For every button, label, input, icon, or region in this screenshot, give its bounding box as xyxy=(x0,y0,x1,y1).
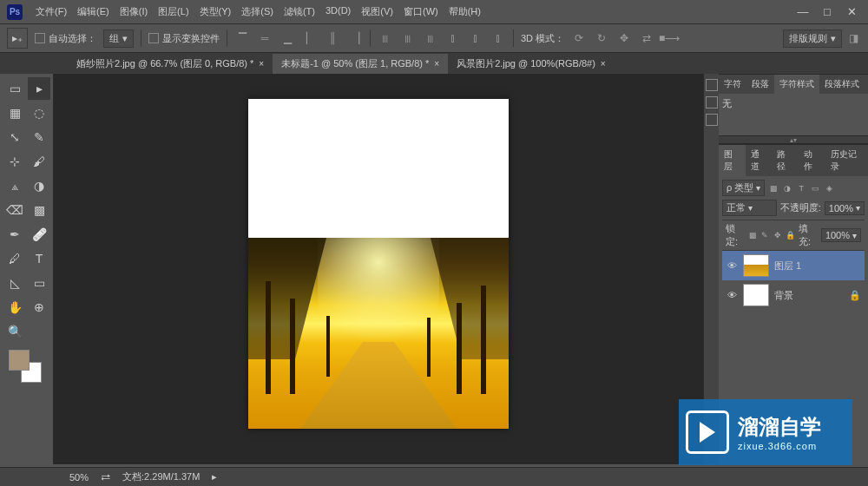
color-swatches[interactable] xyxy=(9,350,43,384)
align-top-icon[interactable]: ▔ xyxy=(234,30,250,46)
document-canvas[interactable] xyxy=(248,99,509,429)
layer-row[interactable]: 👁 图层 1 xyxy=(722,251,865,280)
zoom-readout[interactable]: 50% xyxy=(69,472,89,483)
auto-select-checkbox[interactable]: 自动选择： xyxy=(35,32,96,45)
doc-tab-1[interactable]: 婚纱照片2.jpg @ 66.7% (图层 0, RGB/8) *× xyxy=(68,54,273,74)
distribute-h2-icon[interactable]: ⫼ xyxy=(400,30,416,46)
tool-pen[interactable]: ✒ xyxy=(3,223,26,246)
menu-type[interactable]: 类型(Y) xyxy=(195,2,236,22)
tab-actions[interactable]: 动作 xyxy=(799,145,825,176)
distribute-v1-icon[interactable]: ⫿ xyxy=(445,30,461,46)
tool-zoom[interactable]: 🔍 xyxy=(3,320,26,343)
tool-shape[interactable]: ▭ xyxy=(28,272,50,294)
lock-transparency-icon[interactable]: ▩ xyxy=(748,230,757,240)
tab-layers[interactable]: 图层 xyxy=(719,145,746,176)
tab-history[interactable]: 历史记录 xyxy=(825,145,868,176)
layer-thumbnail[interactable] xyxy=(743,254,769,277)
doc-tab-2[interactable]: 未标题-1 @ 50% (图层 1, RGB/8) *× xyxy=(273,54,448,74)
tool-lasso[interactable]: ▦ xyxy=(3,102,26,124)
tool-crop[interactable]: ⤡ xyxy=(3,126,26,148)
tab-character[interactable]: 字符 xyxy=(719,75,746,94)
history-panel-icon[interactable] xyxy=(706,79,718,91)
foreground-color-swatch[interactable] xyxy=(9,350,30,371)
tool-healing[interactable]: ⊹ xyxy=(3,150,26,173)
active-tool-icon[interactable]: ▸₊ xyxy=(7,28,28,49)
align-hcenter-icon[interactable]: ║ xyxy=(325,30,340,46)
show-transform-checkbox[interactable]: 显示变换控件 xyxy=(148,32,220,45)
tab-char-style[interactable]: 字符样式 xyxy=(774,75,819,94)
tool-hand[interactable]: ✋ xyxy=(3,296,26,319)
filter-smart-icon[interactable]: ◈ xyxy=(824,183,834,194)
align-vcenter-icon[interactable]: ═ xyxy=(257,30,273,46)
align-left-icon[interactable]: ▏ xyxy=(302,30,318,46)
opacity-input[interactable]: 100% ▾ xyxy=(825,201,865,215)
tool-path[interactable]: ◺ xyxy=(3,272,26,294)
tool-dodge[interactable]: 🩹 xyxy=(28,223,50,246)
distribute-v2-icon[interactable]: ⫿ xyxy=(468,30,483,46)
doc-tab-3[interactable]: 风景图片2.jpg @ 100%(RGB/8#)× xyxy=(448,54,615,74)
styles-panel-icon[interactable] xyxy=(706,114,718,126)
close-icon[interactable]: × xyxy=(259,59,264,69)
menu-help[interactable]: 帮助(H) xyxy=(444,2,485,22)
tool-eraser[interactable]: ⌫ xyxy=(3,199,26,221)
typography-rules-button[interactable]: 排版规则▾ xyxy=(783,30,842,48)
tool-historybrush[interactable]: ◑ xyxy=(28,174,50,197)
menu-select[interactable]: 选择(S) xyxy=(237,2,278,22)
close-icon[interactable]: × xyxy=(601,59,606,69)
layer-name[interactable]: 背景 xyxy=(774,289,793,302)
doc-size-readout[interactable]: 文档:2.29M/1.37M xyxy=(122,470,200,483)
minimize-button[interactable]: — xyxy=(793,5,812,19)
auto-select-target-dropdown[interactable]: 组▾ xyxy=(103,30,134,48)
maximize-button[interactable]: □ xyxy=(818,5,837,19)
tool-eyedropper[interactable]: ✎ xyxy=(28,126,50,148)
tool-type[interactable]: T xyxy=(28,247,50,270)
3d-slide-icon[interactable]: ⇄ xyxy=(639,30,654,46)
tool-move[interactable]: ▸ xyxy=(28,77,50,100)
align-bottom-icon[interactable]: ▁ xyxy=(279,30,295,46)
visibility-toggle-icon[interactable]: 👁 xyxy=(726,260,738,271)
status-expand-icon[interactable]: ⮂ xyxy=(101,472,110,483)
layer-row[interactable]: 👁 背景 🔒 xyxy=(722,280,865,310)
menu-window[interactable]: 窗口(W) xyxy=(399,2,443,22)
menu-file[interactable]: 文件(F) xyxy=(31,2,71,22)
distribute-h3-icon[interactable]: ⫼ xyxy=(423,30,438,46)
swatches-panel-icon[interactable] xyxy=(706,96,718,108)
menu-filter[interactable]: 滤镜(T) xyxy=(279,2,319,22)
canvas-area[interactable] xyxy=(54,74,703,464)
panel-toggle-icon[interactable]: ◨ xyxy=(845,30,861,46)
menu-edit[interactable]: 编辑(E) xyxy=(73,2,114,22)
3d-pan-icon[interactable]: ✥ xyxy=(616,30,632,46)
lock-all-icon[interactable]: 🔒 xyxy=(786,230,795,240)
filter-adjust-icon[interactable]: ◑ xyxy=(782,183,792,194)
close-icon[interactable]: × xyxy=(434,59,439,69)
char-style-list[interactable]: 无 xyxy=(719,94,868,135)
menu-view[interactable]: 视图(V) xyxy=(357,2,398,22)
tool-pen2[interactable]: 🖊 xyxy=(3,247,26,270)
lock-pixels-icon[interactable]: ✎ xyxy=(760,230,769,240)
menu-3d[interactable]: 3D(D) xyxy=(321,2,355,22)
menu-image[interactable]: 图像(I) xyxy=(115,2,152,22)
layer-thumbnail[interactable] xyxy=(743,284,769,306)
tool-rotate[interactable]: ⊕ xyxy=(28,296,50,319)
visibility-toggle-icon[interactable]: 👁 xyxy=(726,290,738,300)
blend-mode-dropdown[interactable]: 正常 ▾ xyxy=(722,200,777,216)
tab-paragraph[interactable]: 段落 xyxy=(746,75,774,94)
panel-collapse-bar[interactable]: ▴▾ xyxy=(719,135,868,144)
layer-name[interactable]: 图层 1 xyxy=(774,259,801,273)
tab-channels[interactable]: 通道 xyxy=(746,145,773,176)
filter-shape-icon[interactable]: ▭ xyxy=(810,183,820,194)
layer-filter-kind[interactable]: ρ 类型 ▾ xyxy=(722,180,765,196)
distribute-h1-icon[interactable]: ⫼ xyxy=(378,30,393,46)
menu-layer[interactable]: 图层(L) xyxy=(154,2,193,22)
lock-position-icon[interactable]: ✥ xyxy=(773,230,782,240)
3d-roll-icon[interactable]: ↻ xyxy=(594,30,609,46)
filter-pixel-icon[interactable]: ▩ xyxy=(768,183,779,194)
tool-gradient[interactable]: ▩ xyxy=(28,199,50,221)
tab-para-style[interactable]: 段落样式 xyxy=(819,75,865,94)
tool-stamp[interactable]: ⟁ xyxy=(3,174,26,197)
close-button[interactable]: ✕ xyxy=(842,5,861,19)
3d-zoom-icon[interactable]: ■⟶ xyxy=(661,30,677,46)
3d-orbit-icon[interactable]: ⟳ xyxy=(571,30,587,46)
fill-input[interactable]: 100% ▾ xyxy=(821,228,861,242)
tool-quickselect[interactable]: ◌ xyxy=(28,102,50,124)
